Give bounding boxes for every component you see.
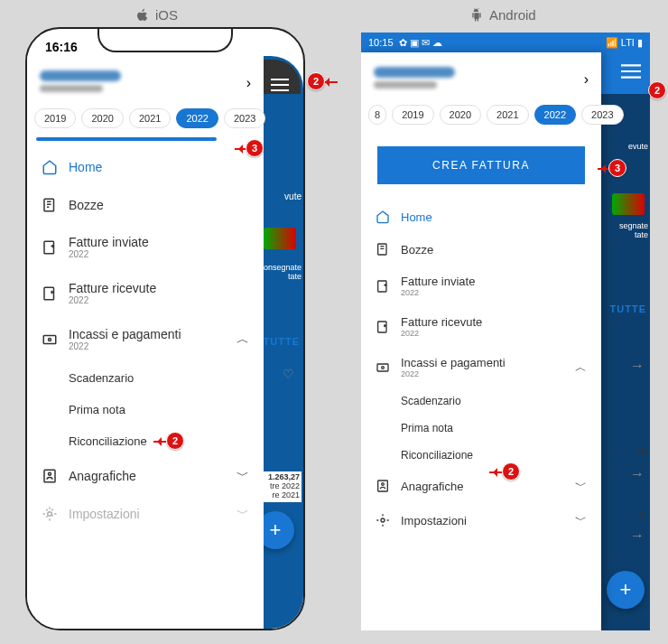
nav-inviate[interactable]: Fatture inviate2022	[27, 224, 264, 270]
arrow-forward-icon[interactable]: →	[630, 466, 645, 482]
nav-impost-label: Impostazioni	[401, 514, 564, 527]
ios-label: iOS	[135, 7, 178, 23]
svg-point-7	[48, 512, 52, 517]
nav-scadenzario[interactable]: Scadenzario	[361, 387, 601, 415]
android-statusbar: 10:15 ✿ ▣ ✉ ☁ 📶 LTI ▮	[361, 33, 650, 52]
nav-riconciliazione[interactable]: Riconciliazione	[361, 442, 601, 469]
company-name-blurred	[40, 70, 121, 81]
nav-incassi[interactable]: Incassi e pagamenti2022 ︿	[27, 316, 264, 362]
fab-add[interactable]: +	[607, 571, 645, 609]
hamburger-icon[interactable]	[621, 64, 641, 82]
status-icons: 📶 LTI ▮	[606, 37, 643, 49]
nav-bozze-label: Bozze	[69, 198, 249, 212]
ios-time: 16:16	[45, 40, 78, 54]
nav-anag-label: Anagrafiche	[69, 469, 226, 483]
chevron-down-icon: ﹀	[237, 506, 249, 522]
nav-impostazioni[interactable]: Impostazioni ﹀	[361, 503, 601, 537]
sent-icon	[376, 279, 390, 294]
nav-impostazioni[interactable]: Impostazioni ﹀	[27, 495, 264, 533]
chevron-right-icon: ›	[246, 75, 251, 91]
year-selector: 8 2019 2020 2021 2022 2023	[361, 99, 601, 130]
chevron-up-icon: ︿	[237, 331, 249, 348]
nav-ricevute-sub: 2022	[69, 295, 249, 305]
arrow-forward-icon[interactable]: →	[630, 527, 645, 544]
draft-icon	[376, 242, 390, 257]
tutte-link[interactable]: TUTTE	[264, 336, 300, 347]
svg-rect-1	[44, 241, 54, 254]
nav-inviate-sub: 2022	[401, 288, 475, 297]
nav-bozze[interactable]: Bozze	[27, 186, 264, 224]
home-icon	[42, 159, 58, 175]
year-2022[interactable]: 2022	[176, 108, 218, 128]
badge-2: 2	[166, 432, 184, 450]
year-2023[interactable]: 2023	[581, 105, 623, 125]
bg-text: evute	[628, 143, 648, 152]
nav-anag-label: Anagrafiche	[401, 480, 564, 493]
nav-incassi[interactable]: Incassi e pagamenti2022 ︿	[361, 347, 601, 387]
nav-home[interactable]: Home	[27, 148, 264, 186]
hamburger-icon[interactable]	[271, 79, 289, 95]
nav-prima-nota[interactable]: Prima nota	[27, 394, 264, 425]
ios-drawer: › 2019 2020 2021 2022 2023 Home Bozze Fa…	[27, 56, 264, 630]
chevron-right-icon: ›	[584, 71, 589, 88]
drawer-header[interactable]: ›	[361, 52, 601, 99]
android-frame: 10:15 ✿ ▣ ✉ ☁ 📶 LTI ▮ evute segnatetate …	[361, 33, 650, 630]
nav-scad-label: Scadenzario	[69, 371, 134, 385]
received-icon	[42, 285, 58, 302]
draft-icon	[42, 197, 58, 213]
year-2020[interactable]: 2020	[440, 105, 481, 125]
nav-impost-label: Impostazioni	[69, 507, 226, 521]
year-selector: 2019 2020 2021 2022 2023	[27, 103, 264, 134]
chevron-down-icon: ﹀	[237, 468, 249, 484]
svg-point-15	[381, 518, 385, 522]
chevron-down-icon: ﹀	[575, 478, 587, 494]
nav-inviate[interactable]: Fatture inviate2022	[361, 266, 601, 306]
year-2019[interactable]: 2019	[392, 105, 433, 125]
company-sub-blurred	[374, 81, 437, 89]
tutte-link[interactable]: TUTTE	[610, 303, 646, 314]
settings-icon	[376, 513, 390, 527]
nav-inviate-label: Fatture inviate	[401, 275, 475, 288]
sent-icon	[42, 239, 58, 256]
badge-2: 2	[648, 81, 666, 99]
arrow-forward-icon[interactable]: →	[630, 358, 645, 374]
nav-anagrafiche[interactable]: Anagrafiche ﹀	[361, 469, 601, 503]
bg-text: l...	[639, 511, 648, 520]
nav-scadenzario[interactable]: Scadenzario	[27, 362, 264, 394]
nav-riconc-label: Riconciliazione	[401, 449, 473, 462]
nav-incassi-sub: 2022	[401, 369, 564, 378]
year-2021[interactable]: 2021	[487, 105, 528, 125]
year-2020[interactable]: 2020	[81, 108, 123, 128]
status-pill	[612, 193, 645, 215]
heart-icon[interactable]: ♡	[283, 367, 294, 381]
create-invoice-button[interactable]: CREA FATTURA	[377, 146, 585, 184]
bg-value: 1.263,27tre 2022re 2021	[262, 471, 302, 502]
settings-icon	[42, 506, 58, 522]
nav-anagrafiche[interactable]: Anagrafiche ﹀	[27, 457, 264, 495]
nav-bozze[interactable]: Bozze	[361, 233, 601, 266]
android-drawer: › 8 2019 2020 2021 2022 2023 CREA FATTUR…	[361, 52, 601, 630]
nav-ricevute[interactable]: Fatture ricevute2022	[27, 270, 264, 316]
nav-home[interactable]: Home	[361, 201, 601, 233]
year-2022[interactable]: 2022	[534, 105, 576, 125]
ios-text: iOS	[155, 7, 178, 23]
year-2019[interactable]: 2019	[34, 108, 76, 128]
nav-ricevute[interactable]: Fatture ricevute2022	[361, 306, 601, 347]
nav-incassi-sub: 2022	[69, 341, 226, 351]
nav-riconc-label: Riconciliazione	[69, 434, 147, 448]
nav-riconciliazione[interactable]: Riconciliazione	[27, 425, 264, 457]
svg-rect-3	[43, 335, 56, 343]
ios-notch	[97, 27, 233, 52]
year-2021[interactable]: 2021	[129, 108, 171, 128]
drawer-header[interactable]: ›	[27, 56, 264, 103]
nav-incassi-label: Incassi e pagamenti	[401, 356, 506, 369]
nav-prima-nota[interactable]: Prima nota	[361, 415, 601, 442]
android-label: Android	[469, 7, 536, 23]
company-name-blurred	[374, 67, 455, 78]
nav-incassi-label: Incassi e pagamenti	[69, 327, 181, 341]
year-2018-partial[interactable]: 8	[368, 105, 386, 125]
arrow	[153, 441, 166, 443]
status-pill	[264, 228, 296, 249]
bg-text: vute	[284, 191, 302, 201]
year-2023[interactable]: 2023	[224, 108, 265, 128]
